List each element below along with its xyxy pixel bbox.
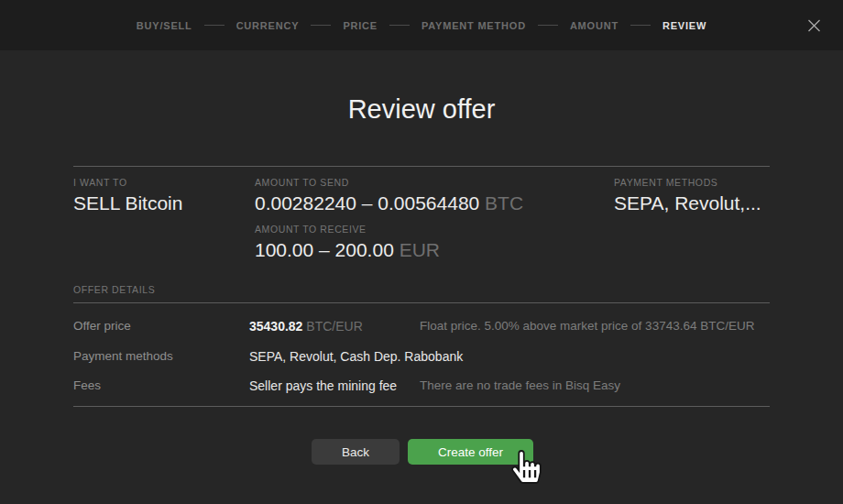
- fees-value: Seller pays the mining fee: [249, 378, 397, 393]
- close-icon: [805, 16, 824, 35]
- amount-to-receive-unit: EUR: [400, 239, 440, 260]
- summary-payment-methods: PAYMENT METHODS SEPA, Revolut,...: [614, 177, 761, 214]
- review-offer-screen: { "title": "Review offer", "stepper": { …: [0, 0, 843, 504]
- payment-methods-label: PAYMENT METHODS: [614, 177, 761, 188]
- summary-direction: I WANT TO SELL Bitcoin: [73, 177, 182, 214]
- amount-to-receive-label: AMOUNT TO RECEIVE: [255, 224, 440, 235]
- payment-methods-row-label: Payment methods: [73, 349, 173, 363]
- direction-label: I WANT TO: [73, 177, 182, 188]
- direction-value: SELL Bitcoin: [73, 192, 182, 214]
- amount-to-receive-value: 100.00 – 200.00 EUR: [255, 239, 440, 261]
- summary-amount-to-send: AMOUNT TO SEND 0.00282240 – 0.00564480 B…: [255, 177, 523, 214]
- offer-price-value: 35430.82 BTC/EUR: [249, 319, 363, 334]
- divider: [73, 406, 770, 407]
- divider: [73, 166, 770, 167]
- divider: [73, 302, 770, 303]
- back-button[interactable]: Back: [312, 439, 400, 465]
- fees-label: Fees: [73, 378, 101, 392]
- offer-price-unit: BTC/EUR: [306, 319, 362, 334]
- payment-methods-value: SEPA, Revolut,...: [614, 192, 761, 214]
- detail-row-offer-price: Offer price 35430.82 BTC/EUR Float price…: [73, 319, 770, 335]
- amount-to-send-value: 0.00282240 – 0.00564480 BTC: [255, 192, 523, 214]
- detail-row-fees: Fees Seller pays the mining fee There ar…: [73, 378, 770, 395]
- offer-price-note: Float price. 5.00% above market price of…: [420, 319, 754, 333]
- summary-amount-to-receive: AMOUNT TO RECEIVE 100.00 – 200.00 EUR: [255, 224, 440, 261]
- amount-to-send-label: AMOUNT TO SEND: [255, 177, 523, 188]
- review-content: I WANT TO SELL Bitcoin AMOUNT TO SEND 0.…: [73, 0, 770, 504]
- close-button[interactable]: [800, 11, 828, 39]
- fees-note: There are no trade fees in Bisq Easy: [420, 378, 620, 392]
- payment-methods-row-value: SEPA, Revolut, Cash Dep. Rabobank: [249, 349, 463, 364]
- amount-to-send-unit: BTC: [485, 192, 523, 214]
- create-offer-button[interactable]: Create offer: [408, 439, 533, 465]
- offer-price-label: Offer price: [73, 319, 131, 333]
- detail-row-payment-methods: Payment methods SEPA, Revolut, Cash Dep.…: [73, 349, 770, 366]
- offer-details-section-label: OFFER DETAILS: [73, 284, 155, 295]
